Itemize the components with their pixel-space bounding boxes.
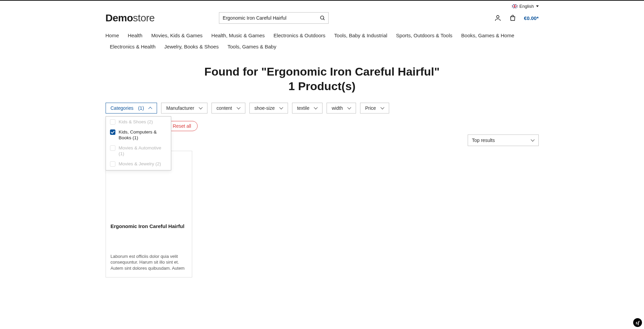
- product-description: Laborum est officiis dolor quia velit co…: [111, 253, 187, 272]
- product-title: Ergonomic Iron Careful Hairful: [111, 223, 187, 230]
- nav-item[interactable]: Tools, Games & Baby: [223, 41, 281, 52]
- checkbox-icon: [110, 161, 115, 167]
- svg-point-0: [320, 16, 324, 19]
- cart-total[interactable]: €0.00*: [524, 15, 538, 21]
- language-selector[interactable]: English: [512, 4, 539, 9]
- chevron-down-icon: [314, 106, 317, 110]
- chevron-down-icon: [199, 106, 202, 110]
- category-option-label: Kids, Computers & Books (1): [119, 129, 167, 141]
- main-nav: Home Health Movies, Kids & Games Health,…: [106, 28, 539, 56]
- filter-price[interactable]: Price: [360, 103, 389, 114]
- chevron-down-icon: [280, 106, 283, 110]
- checkbox-checked-icon: [110, 129, 115, 135]
- site-logo[interactable]: Demostore: [106, 12, 155, 24]
- chevron-down-icon: [381, 106, 384, 110]
- filters-row: Categories (1) Manufacturer content shoe…: [106, 103, 539, 114]
- filter-shoe-size[interactable]: shoe-size: [249, 103, 288, 114]
- category-option: Kids & Shoes (2): [106, 117, 171, 127]
- chevron-down-icon: [531, 139, 534, 142]
- search-input[interactable]: [223, 15, 319, 21]
- chevron-up-icon: [149, 106, 152, 110]
- category-option: Movies & Automotive (1): [106, 143, 171, 159]
- language-label: English: [519, 4, 534, 9]
- chevron-down-icon: [348, 106, 351, 110]
- nav-item[interactable]: Home: [106, 30, 124, 41]
- nav-item[interactable]: Tools, Baby & Industrial: [330, 30, 392, 41]
- svg-line-1: [323, 19, 325, 20]
- nav-item[interactable]: Jewelry, Books & Shoes: [160, 41, 223, 52]
- filter-width[interactable]: width: [327, 103, 356, 114]
- nav-item[interactable]: Electronics & Health: [106, 41, 160, 52]
- filter-textile[interactable]: textile: [292, 103, 323, 114]
- nav-item[interactable]: Books, Games & Home: [457, 30, 519, 41]
- sort-selected-label: Top results: [472, 138, 495, 143]
- chevron-down-icon: [237, 106, 240, 110]
- category-option-label: Movies & Automotive (1): [119, 145, 167, 157]
- search-box[interactable]: [219, 12, 329, 24]
- sort-select[interactable]: Top results: [468, 135, 539, 146]
- nav-item[interactable]: Movies, Kids & Games: [147, 30, 207, 41]
- filter-content[interactable]: content: [212, 103, 245, 114]
- filter-manufacturer[interactable]: Manufacturer: [161, 103, 207, 114]
- nav-item[interactable]: Health, Music & Games: [207, 30, 269, 41]
- category-option-label: Movies & Jewelry (2): [119, 161, 161, 167]
- nav-item[interactable]: Health: [124, 30, 147, 41]
- nav-item[interactable]: Electronics & Outdoors: [269, 30, 330, 41]
- categories-dropdown[interactable]: Kids & Shoes (2) Kids, Computers & Books…: [106, 116, 171, 170]
- search-icon[interactable]: [319, 15, 326, 21]
- caret-down-icon: [536, 5, 539, 7]
- svg-point-2: [496, 16, 499, 18]
- cart-icon[interactable]: [509, 14, 516, 22]
- filter-categories[interactable]: Categories (1): [106, 103, 157, 114]
- checkbox-icon: [110, 119, 115, 125]
- category-option[interactable]: Kids, Computers & Books (1): [106, 127, 171, 143]
- results-heading: Found for "Ergonomic Iron Careful Hairfu…: [106, 64, 539, 93]
- category-option: Movies & Jewelry (2): [106, 159, 171, 169]
- account-icon[interactable]: [494, 14, 502, 22]
- category-option-label: Kids & Shoes (2): [119, 119, 153, 125]
- checkbox-icon: [110, 145, 115, 151]
- nav-item[interactable]: Sports, Outdoors & Tools: [392, 30, 457, 41]
- flag-uk-icon: [512, 4, 517, 8]
